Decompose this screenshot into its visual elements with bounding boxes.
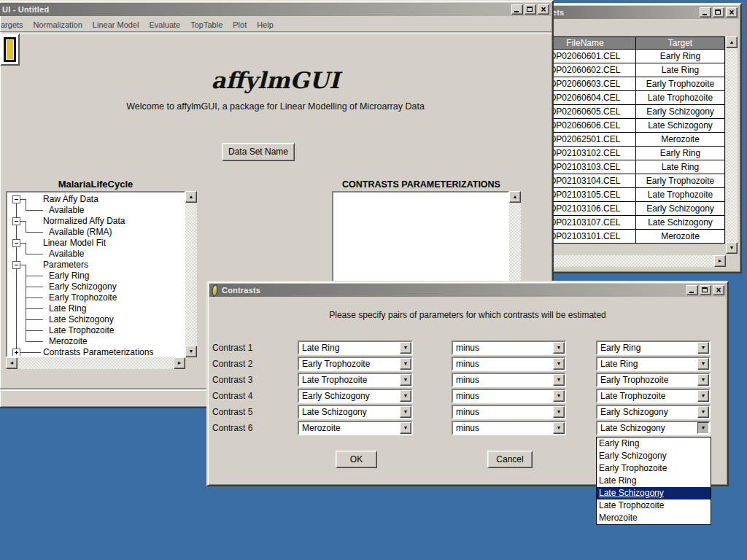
dropdown-arrow-icon[interactable]: ▼ (697, 422, 709, 434)
dropdown-arrow-icon[interactable]: ▼ (553, 406, 565, 418)
tree-vertical-scrollbar[interactable]: ▲ ▼ (185, 191, 197, 357)
table-row[interactable]: DP02060604.CELLate Trophozoite (534, 90, 725, 105)
dropdown-arrow-icon[interactable]: ▼ (553, 374, 565, 386)
dropdown-option-late-schizogony[interactable]: Late Schizogony (597, 487, 711, 499)
targets-title-bar[interactable]: Targets × (533, 6, 739, 19)
table-row[interactable]: DP02060603.CELEarly Trophozoite (534, 77, 725, 91)
dropdown-arrow-icon[interactable]: ▼ (697, 342, 709, 354)
table-row[interactable]: DP02103102.CELEarly Ring (534, 146, 725, 160)
contrast-4-right-combobox[interactable]: Late Trophozoite▼ (596, 389, 711, 403)
tree-node-early-schizogony[interactable]: Early Schizogony (49, 281, 117, 292)
close-button[interactable]: × (713, 285, 724, 295)
contrast-2-left-combobox[interactable]: Early Trophozoite▼ (298, 357, 413, 371)
scroll-track[interactable] (546, 255, 714, 267)
table-row[interactable]: DP02103105.CELLate Trophozoite (534, 187, 725, 202)
contrast-3-operator-combobox[interactable]: minus▼ (452, 373, 566, 387)
dropdown-option-late-ring[interactable]: Late Ring (597, 475, 711, 487)
scroll-up-button[interactable]: ▲ (509, 191, 521, 203)
tree-collapse-icon[interactable] (12, 217, 20, 225)
scroll-track[interactable] (185, 203, 197, 346)
dropdown-arrow-icon[interactable]: ▼ (553, 422, 565, 434)
dropdown-arrow-icon[interactable]: ▼ (697, 358, 709, 370)
tree-node-available-rma[interactable]: Available (RMA) (49, 227, 112, 238)
dropdown-arrow-icon[interactable]: ▼ (400, 390, 411, 402)
menu-item-toptable[interactable]: TopTable (190, 20, 222, 29)
main-title-bar[interactable]: UI - Untitled × (0, 3, 551, 16)
scroll-track[interactable] (726, 48, 738, 242)
scroll-down-button[interactable]: ▼ (185, 346, 197, 357)
tree-node-merozoite[interactable]: Merozoite (49, 336, 88, 347)
ok-button[interactable]: OK (336, 451, 377, 468)
table-row[interactable]: DP02103104.CELEarly Trophozoite (534, 174, 725, 188)
table-row[interactable]: DP02062501.CELMerozoite (534, 132, 725, 147)
tree-node-linear-model-fit[interactable]: Linear Model Fit (43, 238, 106, 249)
close-button[interactable]: × (538, 4, 549, 15)
tree-node-normalized-affy-data[interactable]: Normalized Affy Data (43, 216, 125, 227)
tree-collapse-icon[interactable] (12, 195, 20, 203)
dropdown-arrow-icon[interactable]: ▼ (400, 406, 411, 418)
table-row[interactable]: DP02103107.CELLate Schizogony (534, 215, 725, 230)
contrast-3-left-combobox[interactable]: Late Trophozoite▼ (298, 373, 413, 387)
dropdown-option-merozoite[interactable]: Merozoite (597, 512, 711, 524)
tree-collapse-icon[interactable] (12, 261, 20, 269)
dropdown-arrow-icon[interactable]: ▼ (400, 342, 411, 354)
cancel-button[interactable]: Cancel (487, 451, 533, 468)
contrast-1-right-combobox[interactable]: Early Ring▼ (596, 341, 711, 355)
dropdown-arrow-icon[interactable]: ▼ (553, 358, 565, 370)
scroll-up-button[interactable]: ▲ (185, 191, 197, 203)
table-row[interactable]: DP02060601.CELEarly Ring (534, 49, 725, 63)
menu-item-help[interactable]: Help (257, 20, 274, 29)
scroll-right-button[interactable]: ► (714, 255, 726, 267)
table-row[interactable]: DP02060606.CELLate Schizogony (534, 118, 725, 133)
menu-item-linear-model[interactable]: Linear Model (93, 20, 139, 29)
menu-item-normalization[interactable]: Normalization (34, 20, 82, 29)
tree-node-available[interactable]: Available (49, 205, 84, 216)
maximize-button[interactable] (525, 4, 536, 15)
dropdown-option-early-ring[interactable]: Early Ring (597, 438, 711, 450)
contrast-2-right-combobox[interactable]: Late Ring▼ (596, 357, 711, 371)
toolbar-icon[interactable] (0, 34, 20, 66)
minimize-button[interactable] (686, 285, 698, 295)
contrast-1-operator-combobox[interactable]: minus▼ (452, 341, 566, 355)
table-row[interactable]: DP02103106.CELEarly Schizogony (534, 201, 725, 216)
contrast-5-left-combobox[interactable]: Late Schizogony▼ (298, 405, 413, 419)
column-header-target[interactable]: Target (635, 36, 725, 50)
tree-node-contrasts-parameterizations[interactable]: Contrasts Parameterizations (43, 347, 153, 357)
minimize-button[interactable] (700, 7, 711, 18)
scroll-left-button[interactable]: ◄ (6, 357, 18, 369)
contrast-3-right-combobox[interactable]: Early Trophozoite▼ (596, 373, 711, 387)
dropdown-option-early-schizogony[interactable]: Early Schizogony (597, 450, 711, 462)
dropdown-arrow-icon[interactable]: ▼ (697, 390, 709, 402)
tree-node-late-schizogony[interactable]: Late Schizogony (49, 314, 114, 325)
dropdown-arrow-icon[interactable]: ▼ (553, 342, 565, 354)
contrast-1-left-combobox[interactable]: Late Ring▼ (298, 341, 413, 355)
dropdown-arrow-icon[interactable]: ▼ (400, 358, 411, 370)
menu-item-plot[interactable]: Plot (233, 20, 247, 29)
menu-item-evaluate[interactable]: Evaluate (149, 20, 180, 29)
tree-expand-icon[interactable] (12, 349, 20, 357)
dropdown-arrow-icon[interactable]: ▼ (400, 374, 411, 386)
tree-node-available[interactable]: Available (49, 249, 84, 260)
contrast-5-right-combobox[interactable]: Early Schizogony▼ (596, 405, 711, 419)
dialog-title-bar[interactable]: Contrasts × (209, 284, 726, 297)
maximize-button[interactable] (713, 7, 724, 18)
contrast-6-operator-combobox[interactable]: minus▼ (452, 421, 566, 435)
dropdown-option-late-trophozoite[interactable]: Late Trophozoite (597, 499, 711, 512)
scroll-up-button[interactable]: ▲ (726, 36, 738, 48)
menu-item-argets[interactable]: argets (1, 20, 23, 29)
tree-node-early-ring[interactable]: Early Ring (49, 271, 89, 281)
scroll-down-button[interactable]: ▼ (726, 242, 738, 254)
tree-collapse-icon[interactable] (12, 239, 20, 247)
tree-node-raw-affy-data[interactable]: Raw Affy Data (43, 194, 98, 205)
close-button[interactable]: × (726, 7, 738, 18)
dropdown-arrow-icon[interactable]: ▼ (400, 422, 411, 434)
tree-node-late-trophozoite[interactable]: Late Trophozoite (49, 325, 114, 336)
dropdown-arrow-icon[interactable]: ▼ (697, 374, 709, 386)
tree-node-early-trophozoite[interactable]: Early Trophozoite (49, 292, 117, 303)
dataset-name-button[interactable]: Data Set Name (222, 143, 295, 161)
table-row[interactable]: DP02060605.CELEarly Schizogony (534, 104, 725, 119)
scroll-track[interactable] (18, 357, 174, 369)
dropdown-arrow-icon[interactable]: ▼ (553, 390, 565, 402)
table-row[interactable]: DP02103103.CELLate Ring (534, 160, 725, 174)
targets-vertical-scrollbar[interactable]: ▲ ▼ (726, 36, 738, 254)
